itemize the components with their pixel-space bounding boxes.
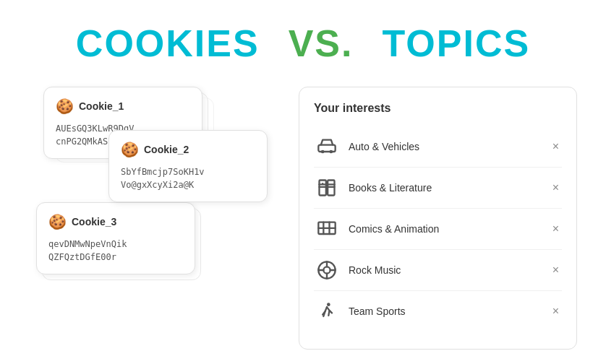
topic-item-rock: Rock Music × xyxy=(314,250,562,291)
topic-item-comics: Comics & Animation × xyxy=(314,209,562,250)
cookie-icon: 🍪 xyxy=(121,141,138,158)
books-icon xyxy=(317,178,337,198)
topic-close-sports[interactable]: × xyxy=(550,303,562,319)
topic-close-rock[interactable]: × xyxy=(550,262,562,278)
comics-icon-wrap xyxy=(314,216,340,242)
cookie-2-header: 🍪 Cookie_2 xyxy=(121,141,255,158)
topic-item-auto: Auto & Vehicles × xyxy=(314,126,562,168)
topics-section: Your interests Auto & Vehicles × xyxy=(299,87,577,350)
title-vs: VS. xyxy=(289,22,354,65)
topic-label-auto: Auto & Vehicles xyxy=(349,141,550,152)
books-icon-wrap xyxy=(314,175,340,201)
topic-close-comics[interactable]: × xyxy=(550,221,562,237)
cookie-1-header: 🍪 Cookie_1 xyxy=(56,98,190,115)
svg-point-1 xyxy=(321,150,325,154)
cookie-3-value: qevDNMwNpeVnQik QZFQztDGfE00r xyxy=(48,238,183,264)
comics-icon xyxy=(317,219,337,239)
svg-rect-0 xyxy=(318,145,335,152)
cookie-icon: 🍪 xyxy=(56,98,73,115)
svg-point-15 xyxy=(323,266,330,273)
cookies-section: 🍪 Cookie_1 AUEsGQ3KLwR9DgV cnPG2QMkAS72G… xyxy=(29,87,277,350)
main-content: 🍪 Cookie_1 AUEsGQ3KLwR9DgV cnPG2QMkAS72G… xyxy=(0,79,606,364)
topic-label-rock: Rock Music xyxy=(349,264,550,276)
cookie-icon: 🍪 xyxy=(48,213,66,230)
cookie-3-name: Cookie_3 xyxy=(72,216,116,228)
rock-icon-wrap xyxy=(314,257,340,283)
cookie-card-3: 🍪 Cookie_3 qevDNMwNpeVnQik QZFQztDGfE00r xyxy=(36,202,195,274)
cookie-2-name: Cookie_2 xyxy=(144,144,189,155)
sports-icon-wrap xyxy=(314,298,340,324)
cookie-card-2: 🍪 Cookie_2 SbYfBmcjp7SoKH1v Vo@gxXcyXi2a… xyxy=(108,130,268,202)
cookie-3-header: 🍪 Cookie_3 xyxy=(48,213,183,230)
cookie-2-value: SbYfBmcjp7SoKH1v Vo@gxXcyXi2a@K xyxy=(121,165,255,191)
auto-icon xyxy=(317,136,337,157)
topic-label-books: Books & Literature xyxy=(349,182,550,194)
topic-item-books: Books & Literature × xyxy=(314,168,562,209)
title-topics: TOPICS xyxy=(383,22,531,65)
topics-title: Your interests xyxy=(314,102,562,115)
topic-label-sports: Team Sports xyxy=(349,306,550,317)
topic-close-books[interactable]: × xyxy=(550,180,562,196)
topic-close-auto[interactable]: × xyxy=(550,139,562,155)
cookie-1-name: Cookie_1 xyxy=(79,100,124,112)
sports-icon xyxy=(317,301,337,321)
topic-label-comics: Comics & Animation xyxy=(349,223,550,235)
title-cookies: COOKIES xyxy=(76,22,260,65)
music-icon xyxy=(317,260,337,280)
header: COOKIES VS. TOPICS xyxy=(0,0,606,79)
svg-point-20 xyxy=(327,303,330,306)
svg-point-2 xyxy=(330,150,333,154)
auto-icon-wrap xyxy=(314,134,340,160)
topic-item-sports: Team Sports × xyxy=(314,291,562,332)
